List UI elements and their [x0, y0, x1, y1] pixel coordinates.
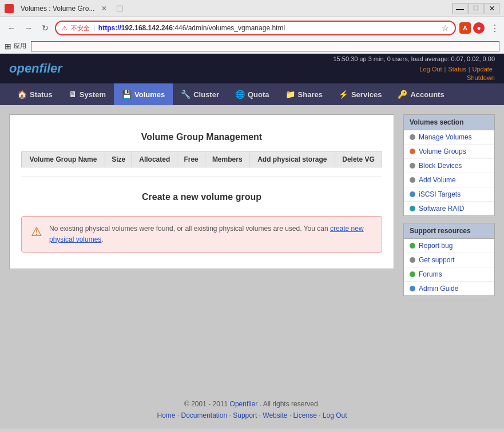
nav-accounts[interactable]: 🔑 Accounts	[390, 83, 452, 105]
sidebar-item-manage-volumes[interactable]: Manage Volumes	[404, 130, 494, 145]
manage-volumes-dot	[410, 134, 415, 140]
nav-cluster[interactable]: 🔧 Cluster	[173, 83, 227, 105]
apps-label: ⊞ 应用	[5, 42, 26, 51]
nav-status[interactable]: 🏠 Status	[9, 83, 61, 105]
sidebar-item-add-volume[interactable]: Add Volume	[404, 173, 494, 187]
section-divider	[21, 177, 382, 177]
shares-icon: 📁	[285, 90, 295, 99]
footer-links: Home · Documentation · Support · Website…	[9, 411, 495, 419]
content-panel: Volume Group Management Volume Group Nam…	[9, 114, 394, 269]
header-status: 15:50:30 up 3 min, 0 users, load average…	[333, 55, 495, 62]
services-icon: ⚡	[339, 90, 348, 99]
sidebar-volumes-section: Volumes section Manage Volumes Volume Gr…	[403, 114, 495, 216]
sidebar-support-title: Support resources	[404, 223, 494, 239]
app-header: openfiler 15:50:30 up 3 min, 0 users, lo…	[0, 54, 504, 83]
panel-title: Volume Group Management	[21, 126, 382, 151]
content-area: Volume Group Management Volume Group Nam…	[9, 114, 394, 382]
cluster-icon: 🔧	[181, 90, 191, 99]
separator: |	[93, 25, 95, 31]
window-title-left: Volumes : Volume Gro... ✕ ☐	[5, 4, 124, 13]
sidebar-item-block-devices[interactable]: Block Devices	[404, 159, 494, 173]
extension-red-icon[interactable]: ●	[473, 22, 485, 34]
footer-support-link[interactable]: Support	[233, 411, 257, 419]
footer-brand-link[interactable]: Openfiler	[230, 400, 258, 408]
footer-website-link[interactable]: Website	[263, 411, 287, 419]
close-button[interactable]: ✕	[485, 3, 499, 14]
sidebar-item-report-bug[interactable]: Report bug	[404, 239, 494, 253]
col-delete-vg: Delete VG	[335, 152, 382, 167]
windows-title-bar: Volumes : Volume Gro... ✕ ☐ — ☐ ✕	[0, 0, 504, 17]
sidebar-item-admin-guide[interactable]: Admin Guide	[404, 282, 494, 295]
admin-guide-dot	[410, 286, 415, 291]
volume-group-table: Volume Group Name Size Allocated Free Me…	[21, 151, 382, 167]
nav-shares[interactable]: 📁 Shares	[277, 83, 331, 105]
footer-logout-link[interactable]: Log Out	[323, 411, 347, 419]
tab-favicon	[5, 4, 14, 13]
address-bar-row: ← → ↻ ⚠ 不安全 | https://192.168.142.246:44…	[0, 17, 504, 39]
update-link[interactable]: Update	[473, 66, 493, 73]
minimize-button[interactable]: —	[453, 3, 467, 14]
sidebar-item-get-support[interactable]: Get support	[404, 253, 494, 267]
address-url: https://192.168.142.246:446/admin/volume…	[98, 24, 438, 32]
col-add-physical: Add physical storage	[249, 152, 335, 167]
create-section-title: Create a new volume group	[21, 186, 382, 211]
bookmark-star-icon[interactable]: ☆	[442, 23, 449, 33]
accounts-icon: 🔑	[398, 90, 407, 99]
col-free: Free	[177, 152, 205, 167]
extension-icons: A ●	[459, 22, 485, 34]
address-bar[interactable]: ⚠ 不安全 | https://192.168.142.246:446/admi…	[55, 21, 456, 35]
quota-icon: 🌐	[235, 90, 245, 99]
status-icon: 🏠	[17, 90, 27, 99]
main-content: Volume Group Management Volume Group Nam…	[0, 105, 504, 391]
extension-a-icon[interactable]: A	[459, 22, 471, 34]
nav-volumes[interactable]: 💾 Volumes	[114, 83, 173, 105]
add-volume-dot	[410, 177, 415, 183]
system-icon: 🖥	[69, 90, 77, 99]
maximize-button[interactable]: ☐	[469, 3, 483, 14]
security-text: 不安全	[71, 24, 90, 33]
header-links: Log Out | Status | Update	[333, 65, 495, 73]
nav-services[interactable]: ⚡ Services	[331, 83, 390, 105]
sidebar-item-volume-groups[interactable]: Volume Groups	[404, 145, 494, 159]
sidebar-item-iscsi-targets[interactable]: iSCSI Targets	[404, 187, 494, 202]
apps-grid-icon: ⊞	[5, 42, 11, 51]
tab-close-icon[interactable]: ✕	[101, 5, 107, 13]
footer-docs-link[interactable]: Documentation	[181, 411, 228, 419]
nav-bar: 🏠 Status 🖥 System 💾 Volumes 🔧 Cluster 🌐 …	[0, 83, 504, 105]
footer-home-link[interactable]: Home	[157, 411, 175, 419]
warning-box: ⚠ No existing physical volumes were foun…	[21, 216, 382, 253]
window-title-text: Volumes : Volume Gro...	[21, 5, 94, 13]
sidebar-volumes-title: Volumes section	[404, 115, 494, 130]
iscsi-dot	[410, 191, 415, 197]
volumes-icon: 💾	[122, 90, 132, 99]
logout-link[interactable]: Log Out	[419, 66, 442, 73]
menu-icon[interactable]: ⋮	[490, 23, 499, 34]
new-tab-icon[interactable]: ☐	[116, 4, 124, 13]
col-vg-name: Volume Group Name	[22, 152, 105, 167]
status-link[interactable]: Status	[448, 66, 466, 73]
bookmark-input[interactable]	[31, 41, 499, 51]
window-controls: — ☐ ✕	[453, 3, 499, 14]
nav-system[interactable]: 🖥 System	[61, 83, 114, 105]
forward-button[interactable]: →	[22, 22, 35, 34]
refresh-button[interactable]: ↻	[39, 22, 51, 34]
shutdown-link[interactable]: Shutdown	[467, 74, 495, 81]
nav-quota[interactable]: 🌐 Quota	[227, 83, 277, 105]
footer-license-link[interactable]: License	[293, 411, 316, 419]
col-allocated: Allocated	[132, 152, 177, 167]
logo: openfiler	[9, 61, 62, 76]
sidebar-item-forums[interactable]: Forums	[404, 267, 494, 282]
forums-dot	[410, 271, 415, 277]
warning-text: No existing physical volumes were found,…	[49, 223, 372, 245]
bookmarks-bar: ⊞ 应用	[0, 39, 504, 54]
col-members: Members	[205, 152, 249, 167]
get-support-dot	[410, 257, 415, 263]
footer-copyright: © 2001 - 2011 Openfiler . All rights res…	[9, 400, 495, 408]
sidebar-item-software-raid[interactable]: Software RAID	[404, 202, 494, 215]
back-button[interactable]: ←	[5, 22, 18, 34]
footer: © 2001 - 2011 Openfiler . All rights res…	[0, 391, 504, 429]
sidebar: Volumes section Manage Volumes Volume Gr…	[403, 114, 495, 382]
sidebar-support-section: Support resources Report bug Get support…	[403, 223, 495, 296]
volume-groups-dot	[410, 149, 415, 154]
col-size: Size	[105, 152, 132, 167]
